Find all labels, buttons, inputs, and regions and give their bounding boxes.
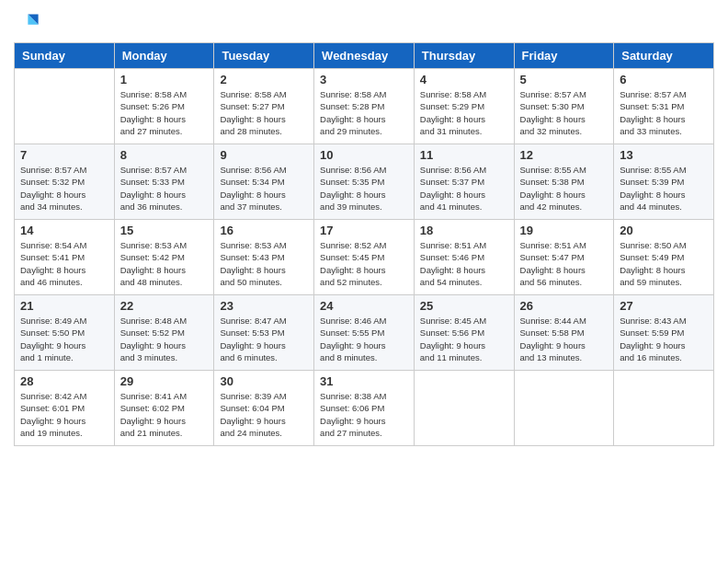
calendar-cell: 25Sunrise: 8:45 AMSunset: 5:56 PMDayligh… xyxy=(414,295,514,371)
calendar-cell xyxy=(414,371,514,446)
date-number: 12 xyxy=(520,148,609,162)
date-number: 16 xyxy=(220,224,308,237)
cell-daylight-info: Sunrise: 8:47 AMSunset: 5:53 PMDaylight:… xyxy=(220,315,308,363)
calendar-cell: 5Sunrise: 8:57 AMSunset: 5:30 PMDaylight… xyxy=(514,69,614,144)
calendar-week-1: 1Sunrise: 8:58 AMSunset: 5:26 PMDaylight… xyxy=(15,69,714,144)
cell-daylight-info: Sunrise: 8:58 AMSunset: 5:28 PMDaylight:… xyxy=(320,88,408,137)
page-container: SundayMondayTuesdayWednesdayThursdayFrid… xyxy=(0,0,728,455)
date-number: 28 xyxy=(20,374,108,388)
cell-daylight-info: Sunrise: 8:53 AMSunset: 5:42 PMDaylight:… xyxy=(120,239,209,288)
date-number: 22 xyxy=(120,299,209,313)
calendar-cell: 4Sunrise: 8:58 AMSunset: 5:29 PMDaylight… xyxy=(414,69,514,144)
calendar-cell: 20Sunrise: 8:50 AMSunset: 5:49 PMDayligh… xyxy=(614,220,714,295)
calendar-cell: 23Sunrise: 8:47 AMSunset: 5:53 PMDayligh… xyxy=(214,295,314,371)
logo-icon xyxy=(14,9,40,35)
cell-daylight-info: Sunrise: 8:56 AMSunset: 5:35 PMDaylight:… xyxy=(320,164,408,213)
date-number: 23 xyxy=(220,299,308,313)
cell-daylight-info: Sunrise: 8:56 AMSunset: 5:37 PMDaylight:… xyxy=(420,164,508,213)
calendar-table: SundayMondayTuesdayWednesdayThursdayFrid… xyxy=(14,42,714,446)
date-number: 30 xyxy=(220,374,308,388)
calendar-cell: 16Sunrise: 8:53 AMSunset: 5:43 PMDayligh… xyxy=(214,220,314,295)
cell-daylight-info: Sunrise: 8:42 AMSunset: 6:01 PMDaylight:… xyxy=(20,390,108,439)
cell-daylight-info: Sunrise: 8:57 AMSunset: 5:30 PMDaylight:… xyxy=(520,88,609,137)
date-number: 26 xyxy=(520,299,609,313)
calendar-cell: 12Sunrise: 8:55 AMSunset: 5:38 PMDayligh… xyxy=(514,144,614,220)
page-header xyxy=(14,9,714,35)
calendar-cell: 14Sunrise: 8:54 AMSunset: 5:41 PMDayligh… xyxy=(15,220,115,295)
calendar-cell: 28Sunrise: 8:42 AMSunset: 6:01 PMDayligh… xyxy=(15,371,115,446)
date-number: 11 xyxy=(420,148,508,162)
calendar-cell: 19Sunrise: 8:51 AMSunset: 5:47 PMDayligh… xyxy=(514,220,614,295)
date-number: 19 xyxy=(520,224,609,237)
calendar-cell: 18Sunrise: 8:51 AMSunset: 5:46 PMDayligh… xyxy=(414,220,514,295)
date-number: 3 xyxy=(320,73,408,86)
day-header-monday: Monday xyxy=(114,43,214,69)
calendar-cell: 7Sunrise: 8:57 AMSunset: 5:32 PMDaylight… xyxy=(15,144,115,220)
cell-daylight-info: Sunrise: 8:44 AMSunset: 5:58 PMDaylight:… xyxy=(520,315,609,363)
calendar-cell: 15Sunrise: 8:53 AMSunset: 5:42 PMDayligh… xyxy=(114,220,214,295)
cell-daylight-info: Sunrise: 8:56 AMSunset: 5:34 PMDaylight:… xyxy=(220,164,308,213)
cell-daylight-info: Sunrise: 8:43 AMSunset: 5:59 PMDaylight:… xyxy=(620,315,708,363)
date-number: 8 xyxy=(120,148,209,162)
cell-daylight-info: Sunrise: 8:50 AMSunset: 5:49 PMDaylight:… xyxy=(620,239,708,288)
date-number: 7 xyxy=(20,148,108,162)
calendar-cell: 30Sunrise: 8:39 AMSunset: 6:04 PMDayligh… xyxy=(214,371,314,446)
date-number: 6 xyxy=(620,73,708,86)
calendar-cell: 9Sunrise: 8:56 AMSunset: 5:34 PMDaylight… xyxy=(214,144,314,220)
calendar-cell: 22Sunrise: 8:48 AMSunset: 5:52 PMDayligh… xyxy=(114,295,214,371)
date-number: 24 xyxy=(320,299,408,313)
calendar-cell: 10Sunrise: 8:56 AMSunset: 5:35 PMDayligh… xyxy=(314,144,415,220)
cell-daylight-info: Sunrise: 8:58 AMSunset: 5:29 PMDaylight:… xyxy=(420,88,508,137)
calendar-cell xyxy=(15,69,115,144)
day-header-saturday: Saturday xyxy=(614,43,714,69)
cell-daylight-info: Sunrise: 8:54 AMSunset: 5:41 PMDaylight:… xyxy=(20,239,108,288)
calendar-cell: 27Sunrise: 8:43 AMSunset: 5:59 PMDayligh… xyxy=(614,295,714,371)
date-number: 15 xyxy=(120,224,209,237)
calendar-week-3: 14Sunrise: 8:54 AMSunset: 5:41 PMDayligh… xyxy=(15,220,714,295)
date-number: 10 xyxy=(320,148,408,162)
calendar-cell: 26Sunrise: 8:44 AMSunset: 5:58 PMDayligh… xyxy=(514,295,614,371)
cell-daylight-info: Sunrise: 8:38 AMSunset: 6:06 PMDaylight:… xyxy=(320,390,408,439)
cell-daylight-info: Sunrise: 8:53 AMSunset: 5:43 PMDaylight:… xyxy=(220,239,308,288)
cell-daylight-info: Sunrise: 8:46 AMSunset: 5:55 PMDaylight:… xyxy=(320,315,408,363)
date-number: 29 xyxy=(120,374,209,388)
cell-daylight-info: Sunrise: 8:49 AMSunset: 5:50 PMDaylight:… xyxy=(20,315,108,363)
date-number: 25 xyxy=(420,299,508,313)
day-header-wednesday: Wednesday xyxy=(314,43,415,69)
calendar-week-4: 21Sunrise: 8:49 AMSunset: 5:50 PMDayligh… xyxy=(15,295,714,371)
date-number: 2 xyxy=(220,73,308,86)
calendar-header-row: SundayMondayTuesdayWednesdayThursdayFrid… xyxy=(15,43,714,69)
calendar-cell: 6Sunrise: 8:57 AMSunset: 5:31 PMDaylight… xyxy=(614,69,714,144)
calendar-cell: 2Sunrise: 8:58 AMSunset: 5:27 PMDaylight… xyxy=(214,69,314,144)
day-header-thursday: Thursday xyxy=(414,43,514,69)
date-number: 27 xyxy=(620,299,708,313)
calendar-cell: 17Sunrise: 8:52 AMSunset: 5:45 PMDayligh… xyxy=(314,220,415,295)
cell-daylight-info: Sunrise: 8:57 AMSunset: 5:32 PMDaylight:… xyxy=(20,164,108,213)
calendar-cell: 11Sunrise: 8:56 AMSunset: 5:37 PMDayligh… xyxy=(414,144,514,220)
calendar-week-2: 7Sunrise: 8:57 AMSunset: 5:32 PMDaylight… xyxy=(15,144,714,220)
cell-daylight-info: Sunrise: 8:55 AMSunset: 5:39 PMDaylight:… xyxy=(620,164,708,213)
calendar-cell: 24Sunrise: 8:46 AMSunset: 5:55 PMDayligh… xyxy=(314,295,415,371)
date-number: 18 xyxy=(420,224,508,237)
cell-daylight-info: Sunrise: 8:58 AMSunset: 5:26 PMDaylight:… xyxy=(120,88,209,137)
cell-daylight-info: Sunrise: 8:48 AMSunset: 5:52 PMDaylight:… xyxy=(120,315,209,363)
calendar-cell: 1Sunrise: 8:58 AMSunset: 5:26 PMDaylight… xyxy=(114,69,214,144)
calendar-cell: 3Sunrise: 8:58 AMSunset: 5:28 PMDaylight… xyxy=(314,69,415,144)
calendar-cell xyxy=(614,371,714,446)
logo xyxy=(14,9,43,35)
date-number: 21 xyxy=(20,299,108,313)
cell-daylight-info: Sunrise: 8:57 AMSunset: 5:31 PMDaylight:… xyxy=(620,88,708,137)
calendar-cell: 31Sunrise: 8:38 AMSunset: 6:06 PMDayligh… xyxy=(314,371,415,446)
date-number: 13 xyxy=(620,148,708,162)
calendar-cell xyxy=(514,371,614,446)
cell-daylight-info: Sunrise: 8:52 AMSunset: 5:45 PMDaylight:… xyxy=(320,239,408,288)
cell-daylight-info: Sunrise: 8:51 AMSunset: 5:47 PMDaylight:… xyxy=(520,239,609,288)
calendar-cell: 13Sunrise: 8:55 AMSunset: 5:39 PMDayligh… xyxy=(614,144,714,220)
date-number: 14 xyxy=(20,224,108,237)
date-number: 9 xyxy=(220,148,308,162)
day-header-friday: Friday xyxy=(514,43,614,69)
date-number: 31 xyxy=(320,374,408,388)
calendar-cell: 8Sunrise: 8:57 AMSunset: 5:33 PMDaylight… xyxy=(114,144,214,220)
calendar-week-5: 28Sunrise: 8:42 AMSunset: 6:01 PMDayligh… xyxy=(15,371,714,446)
cell-daylight-info: Sunrise: 8:58 AMSunset: 5:27 PMDaylight:… xyxy=(220,88,308,137)
